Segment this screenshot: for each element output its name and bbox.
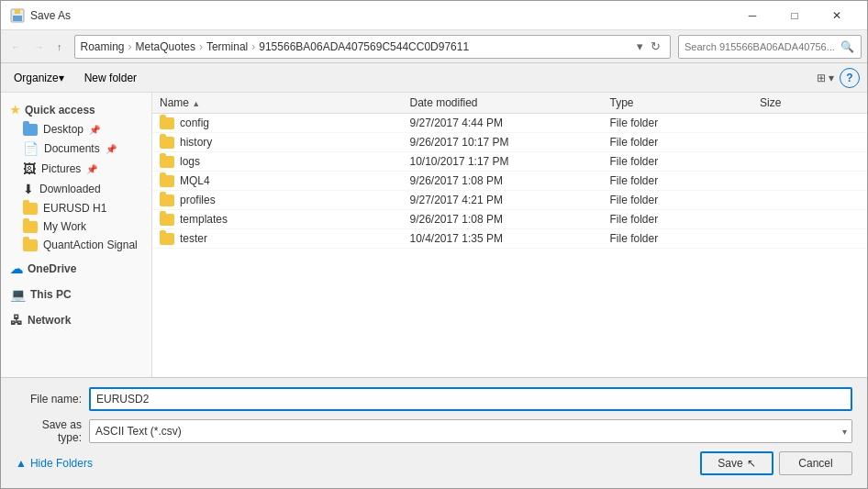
sidebar-item-onedrive[interactable]: ☁ OneDrive (1, 258, 151, 280)
file-date: 9/27/2017 4:21 PM (410, 194, 610, 206)
filetype-label: Save as type: (16, 418, 89, 444)
table-row[interactable]: history 9/26/2017 10:17 PM File folder (152, 133, 867, 152)
view-options: ⊞ ▾ ? (813, 68, 860, 88)
column-size[interactable]: Size (760, 96, 860, 109)
filetype-row: Save as type: ASCII Text (*.csv) ▾ (16, 418, 852, 444)
file-type: File folder (610, 136, 761, 149)
sidebar-item-quantaction[interactable]: QuantAction Signal (1, 236, 151, 254)
file-list-header: Name ▲ Date modified Type Size (152, 93, 867, 114)
close-button[interactable]: ✕ (816, 1, 858, 30)
column-name[interactable]: Name ▲ (160, 96, 410, 109)
filetype-select[interactable]: ASCII Text (*.csv) (89, 419, 852, 443)
file-name: templates (160, 213, 410, 226)
filename-input[interactable] (89, 387, 852, 411)
view-chevron-icon: ▾ (829, 72, 834, 84)
sidebar-item-thispc[interactable]: 💻 This PC (1, 283, 151, 306)
folder-icon (23, 124, 38, 136)
filename-label: File name: (16, 393, 89, 406)
navigation-toolbar: ← → ↑ Roaming › MetaQuotes › Terminal › … (1, 30, 867, 63)
folder-icon (23, 221, 38, 233)
documents-icon: 📄 (23, 141, 39, 156)
table-row[interactable]: tester 10/4/2017 1:35 PM File folder (152, 229, 867, 249)
file-date: 9/27/2017 4:44 PM (410, 117, 610, 129)
back-button[interactable]: ← (6, 39, 26, 55)
maximize-button[interactable]: □ (773, 1, 816, 30)
sidebar-item-pictures[interactable]: 🖼 Pictures 📌 (1, 159, 151, 179)
crumb-metaquotes: MetaQuotes (136, 40, 195, 53)
computer-icon: 💻 (10, 287, 26, 302)
file-type: File folder (610, 213, 761, 226)
file-name: MQL4 (160, 174, 410, 187)
second-toolbar: Organize ▾ New folder ⊞ ▾ ? (1, 63, 867, 93)
search-box[interactable]: 🔍 (678, 35, 862, 59)
sidebar-item-mywork[interactable]: My Work (1, 217, 151, 236)
table-row[interactable]: profiles 9/27/2017 4:21 PM File folder (152, 191, 867, 210)
up-button[interactable]: ↑ (52, 39, 67, 55)
table-row[interactable]: templates 9/26/2017 1:08 PM File folder (152, 210, 867, 229)
dropdown-button[interactable]: ▾ (633, 38, 647, 55)
sidebar-item-documents[interactable]: 📄 Documents 📌 (1, 139, 151, 159)
help-button[interactable]: ? (840, 68, 860, 88)
file-date: 10/10/2017 1:17 PM (410, 155, 610, 168)
file-date: 9/26/2017 10:17 PM (410, 136, 610, 149)
file-type: File folder (610, 232, 761, 245)
table-row[interactable]: logs 10/10/2017 1:17 PM File folder (152, 152, 867, 172)
window-title: Save As (30, 9, 731, 22)
folder-icon (160, 214, 174, 226)
file-type: File folder (610, 174, 761, 187)
grid-icon: ⊞ (817, 72, 826, 84)
network-section: 🖧 Network (1, 309, 151, 331)
filename-row: File name: (16, 387, 852, 411)
folder-icon (160, 175, 174, 187)
forward-button[interactable]: → (29, 39, 49, 55)
svg-rect-1 (13, 16, 22, 21)
sidebar-item-eurusd[interactable]: EURUSD H1 (1, 199, 151, 217)
sidebar-item-desktop[interactable]: Desktop 📌 (1, 120, 151, 139)
file-type: File folder (610, 155, 761, 168)
buttons-row: ▲ Hide Folders Save ↖ Cancel (16, 451, 852, 479)
folder-icon (160, 233, 174, 245)
new-folder-button[interactable]: New folder (77, 70, 144, 86)
address-bar: Roaming › MetaQuotes › Terminal › 915566… (74, 35, 672, 59)
sort-arrow: ▲ (192, 99, 200, 108)
file-name: history (160, 136, 410, 149)
hide-folders-button[interactable]: ▲ Hide Folders (16, 457, 93, 470)
view-toggle-button[interactable]: ⊞ ▾ (813, 70, 838, 86)
file-rows-container: config 9/27/2017 4:44 PM File folder his… (152, 114, 867, 249)
downloaded-icon: ⬇ (23, 182, 34, 196)
crumb-terminal: Terminal (206, 40, 248, 53)
save-as-dialog: Save As ─ □ ✕ ← → ↑ Roaming › MetaQuotes… (0, 0, 868, 489)
breadcrumb[interactable]: Roaming › MetaQuotes › Terminal › 915566… (81, 40, 634, 53)
thispc-section: 💻 This PC (1, 283, 151, 306)
folder-icon (23, 239, 38, 251)
cancel-button[interactable]: Cancel (779, 451, 852, 475)
search-input[interactable] (684, 41, 840, 52)
column-type[interactable]: Type (610, 96, 761, 109)
folder-icon (160, 194, 174, 206)
pin-icon: 📌 (89, 125, 100, 135)
file-name: config (160, 117, 410, 129)
network-icon: 🖧 (10, 313, 23, 328)
refresh-button[interactable]: ↻ (647, 38, 664, 55)
quick-access-header[interactable]: ★ Quick access (1, 100, 151, 120)
sidebar-item-downloaded[interactable]: ⬇ Downloaded (1, 179, 151, 199)
organize-button[interactable]: Organize ▾ (8, 70, 70, 86)
sidebar-item-network[interactable]: 🖧 Network (1, 309, 151, 331)
file-name: tester (160, 232, 410, 245)
file-date: 9/26/2017 1:08 PM (410, 174, 610, 187)
cloud-icon: ☁ (10, 261, 23, 276)
file-name: profiles (160, 194, 410, 206)
table-row[interactable]: config 9/27/2017 4:44 PM File folder (152, 114, 867, 133)
svg-rect-2 (15, 9, 20, 14)
minimize-button[interactable]: ─ (731, 1, 773, 30)
file-date: 9/26/2017 1:08 PM (410, 213, 610, 226)
column-date[interactable]: Date modified (410, 96, 610, 109)
file-date: 10/4/2017 1:35 PM (410, 232, 610, 245)
crumb-id: 915566BA06ADA407569C544CC0D97611 (259, 40, 469, 53)
title-bar: Save As ─ □ ✕ (1, 1, 867, 30)
pin-icon: 📌 (86, 164, 97, 174)
save-button[interactable]: Save ↖ (700, 451, 773, 475)
main-content: ★ Quick access Desktop 📌 📄 Documents 📌 🖼… (1, 93, 867, 377)
file-name: logs (160, 155, 410, 168)
table-row[interactable]: MQL4 9/26/2017 1:08 PM File folder (152, 172, 867, 191)
